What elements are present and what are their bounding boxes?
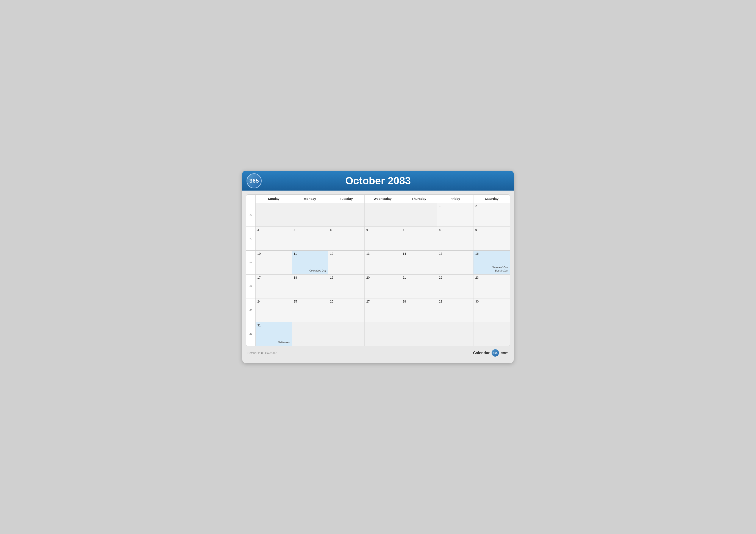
cell-day-number: 18 bbox=[294, 276, 327, 279]
footer-bar: October 2083 Calendar Calendar- 365 .com bbox=[242, 346, 514, 357]
cell-day-number: 30 bbox=[475, 300, 508, 303]
calendar-grid: 3912403456789411011Columbus Day121314151… bbox=[246, 203, 510, 346]
day-header-thursday: Thursday bbox=[401, 195, 437, 203]
day-header-friday: Friday bbox=[437, 195, 473, 203]
calendar-cell: 4 bbox=[292, 227, 328, 250]
week-number: 39 bbox=[246, 203, 256, 226]
week-number: 41 bbox=[246, 251, 256, 274]
week-num-header bbox=[246, 195, 256, 203]
calendar-header: 365 October 2083 bbox=[242, 171, 514, 191]
cell-day-number: 19 bbox=[330, 276, 363, 279]
calendar-cell: 9 bbox=[473, 227, 510, 250]
calendar-cell bbox=[328, 203, 364, 226]
calendar-cell bbox=[401, 322, 437, 346]
calendar-cell: 2 bbox=[473, 203, 510, 226]
footer-logo-badge: 365 bbox=[492, 349, 499, 357]
cell-day-number: 31 bbox=[257, 324, 290, 327]
cell-day-number: 29 bbox=[439, 300, 472, 303]
calendar-cell: 21 bbox=[401, 274, 437, 298]
cell-day-number: 23 bbox=[475, 276, 508, 279]
calendar-cell bbox=[256, 203, 292, 226]
calendar-cell: 20 bbox=[364, 274, 401, 298]
calendar-cell bbox=[292, 322, 328, 346]
cell-day-number: 10 bbox=[257, 252, 290, 255]
calendar-row: 4431Halloween bbox=[246, 322, 510, 346]
week-number: 44 bbox=[246, 322, 256, 346]
calendar-cell: 12 bbox=[328, 251, 364, 274]
calendar-cell: 5 bbox=[328, 227, 364, 250]
calendar-cell: 22 bbox=[437, 274, 473, 298]
cell-day-number: 3 bbox=[257, 228, 290, 232]
calendar-page: 365 October 2083 SundayMondayTuesdayWedn… bbox=[242, 171, 514, 363]
cell-day-number: 27 bbox=[366, 300, 399, 303]
footer-brand-prefix: Calendar- bbox=[473, 351, 491, 355]
cell-day-number: 26 bbox=[330, 300, 363, 303]
calendar-cell: 7 bbox=[401, 227, 437, 250]
calendar-cell: 17 bbox=[256, 274, 292, 298]
calendar-cell: 10 bbox=[256, 251, 292, 274]
week-number: 43 bbox=[246, 298, 256, 322]
calendar-cell: 23 bbox=[473, 274, 510, 298]
cell-day-number: 6 bbox=[366, 228, 399, 232]
day-header-tuesday: Tuesday bbox=[328, 195, 364, 203]
calendar-row: 4217181920212223 bbox=[246, 274, 510, 298]
cell-event: Halloween bbox=[278, 341, 290, 344]
cell-day-number: 16 bbox=[475, 252, 508, 255]
footer-brand-suffix: .com bbox=[500, 351, 509, 355]
calendar-cell bbox=[292, 203, 328, 226]
calendar-cell: 11Columbus Day bbox=[292, 251, 328, 274]
calendar-row: 403456789 bbox=[246, 226, 510, 250]
calendar-cell bbox=[328, 322, 364, 346]
calendar-cell bbox=[473, 322, 510, 346]
cell-event: Columbus Day bbox=[309, 269, 326, 273]
calendar-cell: 1 bbox=[437, 203, 473, 226]
calendar-cell: 28 bbox=[401, 298, 437, 322]
cell-day-number: 20 bbox=[366, 276, 399, 279]
cell-day-number: 11 bbox=[294, 252, 327, 255]
cell-day-number: 24 bbox=[257, 300, 290, 303]
calendar-cell: 25 bbox=[292, 298, 328, 322]
day-header-monday: Monday bbox=[292, 195, 328, 203]
cell-day-number: 8 bbox=[439, 228, 472, 232]
week-number: 42 bbox=[246, 274, 256, 298]
calendar-cell: 15 bbox=[437, 251, 473, 274]
cell-day-number: 17 bbox=[257, 276, 290, 279]
cell-day-number: 13 bbox=[366, 252, 399, 255]
cell-day-number: 28 bbox=[403, 300, 435, 303]
day-header-sunday: Sunday bbox=[256, 195, 292, 203]
footer-branding: Calendar- 365 .com bbox=[473, 349, 509, 357]
cell-day-number: 2 bbox=[475, 204, 508, 208]
cell-day-number: 4 bbox=[294, 228, 327, 232]
calendar-cell: 31Halloween bbox=[256, 322, 292, 346]
cell-day-number: 15 bbox=[439, 252, 472, 255]
calendar-cell: 13 bbox=[364, 251, 401, 274]
cell-day-number: 25 bbox=[294, 300, 327, 303]
cell-day-number: 1 bbox=[439, 204, 472, 208]
calendar-cell: 8 bbox=[437, 227, 473, 250]
calendar-title: October 2083 bbox=[345, 175, 411, 187]
calendar-cell: 19 bbox=[328, 274, 364, 298]
calendar-row: 3912 bbox=[246, 203, 510, 226]
day-header-wednesday: Wednesday bbox=[364, 195, 401, 203]
calendar-cell bbox=[437, 322, 473, 346]
calendar-cell: 26 bbox=[328, 298, 364, 322]
footer-caption: October 2083 Calendar bbox=[247, 351, 277, 355]
calendar-cell: 14 bbox=[401, 251, 437, 274]
cell-day-number: 9 bbox=[475, 228, 508, 232]
cell-day-number: 21 bbox=[403, 276, 435, 279]
calendar-cell bbox=[401, 203, 437, 226]
calendar-cell: 24 bbox=[256, 298, 292, 322]
calendar-cell bbox=[364, 203, 401, 226]
calendar-row: 411011Columbus Day1213141516Sweetest Day… bbox=[246, 250, 510, 274]
week-number: 40 bbox=[246, 227, 256, 250]
calendar-cell: 27 bbox=[364, 298, 401, 322]
cell-day-number: 5 bbox=[330, 228, 363, 232]
calendar-cell: 29 bbox=[437, 298, 473, 322]
calendar-row: 4324252627282930 bbox=[246, 298, 510, 322]
calendar-cell bbox=[364, 322, 401, 346]
day-header-saturday: Saturday bbox=[473, 195, 510, 203]
logo-badge: 365 bbox=[247, 173, 262, 189]
cell-day-number: 7 bbox=[403, 228, 435, 232]
calendar-grid-container: SundayMondayTuesdayWednesdayThursdayFrid… bbox=[246, 194, 510, 346]
calendar-cell: 30 bbox=[473, 298, 510, 322]
